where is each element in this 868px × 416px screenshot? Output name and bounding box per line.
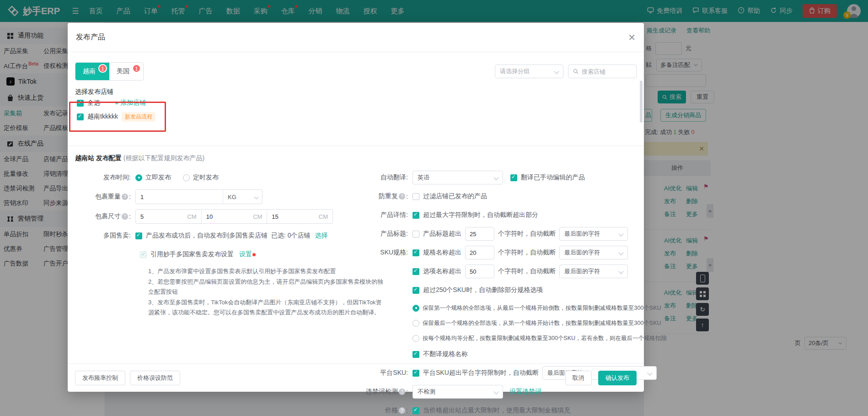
spec-name-checkbox[interactable]: [413, 249, 419, 256]
confirm-publish-button[interactable]: 确认发布: [598, 371, 637, 385]
size-width-input[interactable]: 10CM: [201, 210, 267, 223]
new-flow-tag: 新发品流程: [122, 112, 155, 122]
help-icon[interactable]: ?: [399, 193, 405, 200]
sku-trim-options: 保留第一个规格的全部选项，从最后一个规格开始倒数，按数量限制删减规格数量至300…: [370, 302, 667, 344]
quote-settings-checkbox[interactable]: [140, 251, 147, 258]
tab-usa[interactable]: 美国1: [109, 63, 143, 80]
modal-title: 发布产品: [76, 32, 105, 42]
site-tabs: 越南1 美国1: [75, 62, 144, 81]
sku-over-limit-checkbox[interactable]: [413, 287, 419, 294]
option-name-truncate-select[interactable]: 最后面的字符: [559, 265, 628, 278]
size-length-input[interactable]: 5CM: [136, 210, 201, 223]
select-all-label: 全选: [87, 99, 100, 107]
size-label: 包裹尺寸?:: [75, 212, 135, 221]
spec-name-truncate-select[interactable]: 最后面的字符: [559, 246, 628, 259]
note-line: 2、若您需要按照产品编辑页面设置的信息为主，请开启产品编辑页内多国家售卖模块的独…: [148, 277, 384, 297]
shop-search[interactable]: [568, 65, 637, 78]
multi-country-label: 多国售卖:: [75, 232, 135, 240]
help-icon[interactable]: ?: [399, 407, 405, 414]
notification-dot: [252, 253, 256, 256]
tab-vietnam[interactable]: 越南1: [75, 63, 109, 80]
spec-name-limit-input[interactable]: 20: [465, 246, 494, 259]
frequency-control-button[interactable]: 发布频率控制: [75, 371, 125, 385]
publish-product-modal: 发布产品 ✕ 越南1 美国1 请选择分组 选择发布店铺 全选 +: [68, 23, 644, 392]
weight-label: 包裹重量?:: [75, 193, 135, 201]
help-icon[interactable]: ?: [122, 213, 128, 220]
count-badge: 1: [132, 64, 141, 73]
search-icon: [573, 69, 579, 74]
multi-country-settings-link[interactable]: 设置: [239, 250, 252, 259]
multi-country-checkbox[interactable]: [135, 232, 142, 239]
dedupe-checkbox[interactable]: [413, 193, 419, 200]
group-select[interactable]: 请选择分组: [495, 65, 563, 78]
weight-input-group: 1 KG: [135, 189, 263, 204]
select-shops-link[interactable]: 选择: [315, 232, 328, 240]
sku-spec-label: SKU规格:: [370, 249, 413, 257]
title-truncate-checkbox[interactable]: [413, 231, 419, 238]
price-label: 价格?:: [370, 406, 413, 415]
note-line: 1、产品发布弹窗中设置多国售卖表示默认引用妙手多国家售卖发布配置: [148, 266, 384, 276]
note-line: 3、发布至多国售卖时，TikTok会自动翻译产品图片（东南亚店铺不支持），但因T…: [148, 297, 384, 318]
size-height-input[interactable]: 15CM: [267, 210, 332, 223]
sku-trim-radio[interactable]: [413, 320, 419, 327]
multi-country-notes: 1、产品发布弹窗中设置多国售卖表示默认引用妙手多国家售卖发布配置2、若您需要按照…: [148, 266, 384, 318]
divider: [68, 146, 644, 146]
dedupe-label: 防重复?:: [370, 192, 413, 200]
detail-truncate-checkbox[interactable]: [413, 212, 419, 219]
scrollbar-thumb[interactable]: [640, 81, 643, 123]
shop-checkbox[interactable]: [77, 113, 84, 120]
publish-scheduled-radio[interactable]: [183, 174, 190, 181]
publish-now-radio[interactable]: [135, 174, 142, 181]
translate-language-select[interactable]: 英语: [413, 171, 503, 184]
option-name-checkbox[interactable]: [413, 268, 419, 275]
weight-input[interactable]: 1: [136, 190, 223, 204]
shop-section-heading: 选择发布店铺: [75, 88, 637, 96]
auto-translate-label: 自动翻译:: [370, 173, 413, 182]
no-translate-spec-checkbox[interactable]: [413, 351, 419, 358]
shop-search-input[interactable]: [582, 68, 632, 75]
price-fill-checkbox[interactable]: [413, 407, 419, 414]
size-inputs: 5CM 10CM 15CM: [135, 209, 333, 224]
selected-shops-count: 已选: 0个店铺: [271, 232, 311, 240]
shop-name: 越南tkkkkk: [87, 113, 118, 121]
sku-trim-radio[interactable]: [413, 305, 419, 312]
cancel-button[interactable]: 取消: [565, 371, 592, 385]
option-name-limit-input[interactable]: 50: [465, 265, 494, 278]
title-truncate-select[interactable]: 最后面的字符: [559, 227, 628, 241]
add-shop-link[interactable]: +添加店铺: [115, 99, 146, 107]
weight-unit-select[interactable]: KG: [223, 190, 262, 204]
product-detail-label: 产品详情:: [370, 211, 413, 219]
product-title-label: 产品标题:: [370, 230, 413, 238]
shop-list: 全选 +添加店铺 越南tkkkkk 新发品流程: [75, 96, 637, 144]
translate-edited-checkbox[interactable]: [510, 174, 517, 181]
select-all-checkbox[interactable]: [77, 100, 84, 107]
publish-time-label: 发布时间:: [75, 173, 135, 182]
plus-icon: +: [115, 99, 118, 107]
close-icon[interactable]: ✕: [628, 33, 636, 42]
help-icon[interactable]: ?: [122, 194, 128, 200]
count-badge: 1: [98, 64, 107, 73]
price-guard-button[interactable]: 价格误设防范: [130, 371, 180, 385]
title-limit-input[interactable]: 25: [465, 227, 494, 241]
sku-trim-radio[interactable]: [413, 335, 419, 342]
config-section-title: 越南站 发布配置 (根据以下配置规则发布产品): [75, 154, 637, 162]
